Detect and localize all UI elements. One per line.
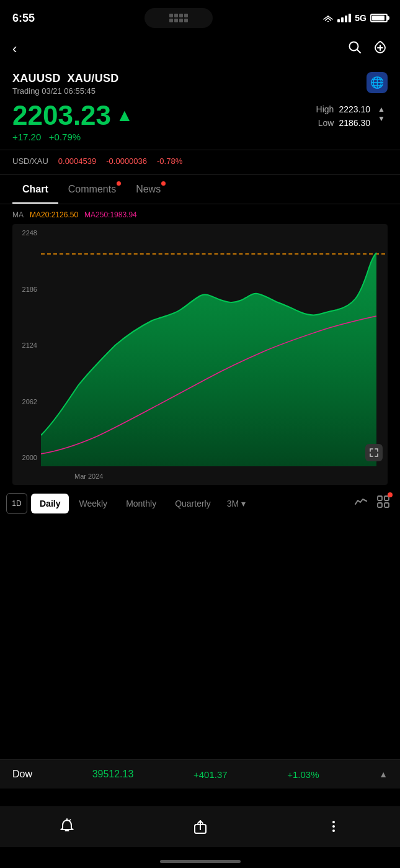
price-right: High Low 2223.10 2186.30 ▲ ▼: [316, 104, 388, 128]
dynamic-island: [144, 8, 213, 28]
tab-chart[interactable]: Chart: [12, 175, 58, 204]
svg-rect-8: [384, 503, 389, 507]
ma-label: MA: [12, 210, 24, 219]
bottom-ticker-change: +401.37: [193, 769, 228, 780]
period-quarterly-button[interactable]: Quarterly: [166, 494, 220, 513]
news-dot: [161, 181, 166, 186]
ticker-symbol: XAUUSD XAU/USD: [12, 72, 367, 85]
signal-bars: [337, 14, 351, 22]
home-indicator: [160, 860, 241, 863]
alert-button[interactable]: [40, 816, 94, 837]
ma250-value: MA250:1983.94: [84, 210, 137, 219]
bottom-ticker-bar: Dow 39512.13 +401.37 +1.03% ▲: [0, 759, 400, 789]
price-arrow-up: ▲: [116, 106, 133, 125]
chart-svg: [41, 224, 388, 466]
status-bar: 6:55 5G: [0, 0, 400, 34]
chart-area: [41, 224, 388, 466]
search-icon[interactable]: [348, 40, 362, 58]
bottom-ticker-name: Dow: [12, 769, 32, 780]
price-change: +17.20 +0.79%: [12, 132, 133, 142]
y-label-2062: 2062: [12, 398, 37, 405]
usdxau-value1: 0.0004539: [58, 156, 96, 166]
bottom-ticker-expand[interactable]: ▲: [379, 769, 388, 779]
chart-type-button[interactable]: [350, 493, 371, 513]
network-label: 5G: [355, 13, 367, 23]
period-3m-button[interactable]: 3M ▾: [221, 494, 252, 513]
svg-point-0: [327, 21, 329, 22]
svg-line-11: [69, 820, 71, 821]
usdxau-value3: -0.78%: [157, 156, 182, 166]
y-label-2248: 2248: [12, 229, 37, 237]
bottom-ticker-price: 39512.13: [92, 769, 134, 780]
period-monthly-button[interactable]: Monthly: [117, 494, 165, 513]
nav-bar: ‹: [0, 34, 400, 67]
status-right: 5G: [322, 13, 388, 23]
usdxau-row: USD/XAU 0.0004539 -0.0000036 -0.78%: [0, 150, 400, 175]
period-weekly-button[interactable]: Weekly: [70, 494, 116, 513]
indicators-button[interactable]: [373, 491, 394, 515]
wifi-icon: [322, 14, 334, 22]
chart-date-label: Mar 2024: [74, 472, 103, 480]
chart-wrapper[interactable]: 2248 2186 2124 2062 2000: [12, 224, 388, 485]
period-1d-button[interactable]: 1D: [6, 493, 27, 514]
fullscreen-button[interactable]: [365, 444, 383, 461]
y-axis-labels: 2248 2186 2124 2062 2000: [12, 224, 37, 466]
period-daily-button[interactable]: Daily: [31, 494, 69, 513]
tabs-row: Chart Comments News: [0, 175, 400, 204]
low-label: Low: [316, 118, 334, 128]
high-value: 2223.10: [339, 104, 370, 114]
chart-container: MA MA20:2126.50 MA250:1983.94 2248 2186 …: [0, 204, 400, 485]
svg-line-2: [357, 50, 361, 53]
battery-icon: [370, 14, 388, 22]
price-value: 2203.23: [12, 102, 111, 129]
more-button[interactable]: [307, 816, 360, 837]
high-label: High: [316, 104, 334, 114]
tab-news[interactable]: News: [126, 175, 171, 204]
back-button[interactable]: ‹: [12, 38, 22, 60]
svg-rect-7: [378, 503, 382, 507]
bottom-toolbar: [0, 807, 400, 847]
share-button[interactable]: [174, 816, 227, 837]
price-section: XAUUSD XAU/USD Trading 03/21 06:55:45 🌐 …: [0, 67, 400, 150]
status-time: 6:55: [12, 12, 35, 25]
svg-rect-5: [378, 496, 382, 500]
comments-dot: [117, 181, 121, 186]
y-label-2124: 2124: [12, 341, 37, 349]
nav-actions: [348, 40, 388, 58]
expand-button[interactable]: ▲ ▼: [375, 106, 388, 122]
ticker-info: XAUUSD XAU/USD Trading 03/21 06:55:45: [12, 72, 367, 96]
price-area: [41, 253, 376, 466]
watchlist-add-icon[interactable]: [373, 40, 388, 58]
low-value: 2186.30: [339, 118, 370, 128]
svg-point-16: [332, 830, 335, 832]
y-label-2000: 2000: [12, 454, 37, 461]
globe-button[interactable]: 🌐: [367, 72, 388, 93]
tab-comments[interactable]: Comments: [58, 175, 126, 204]
price-left: 2203.23 ▲ +17.20 +0.79%: [12, 102, 133, 142]
ma20-value: MA20:2126.50: [30, 210, 78, 219]
svg-point-15: [332, 825, 335, 828]
period-row: 1D Daily Weekly Monthly Quarterly 3M ▾: [0, 485, 400, 522]
usdxau-value2: -0.0000036: [106, 156, 147, 166]
svg-point-14: [332, 821, 335, 823]
indicators-dot: [388, 492, 393, 497]
bottom-ticker-pct: +1.03%: [287, 769, 319, 780]
usdxau-label: USD/XAU: [12, 156, 48, 166]
y-label-2186: 2186: [12, 286, 37, 293]
ma-info: MA MA20:2126.50 MA250:1983.94: [12, 210, 388, 219]
trading-time: Trading 03/21 06:55:45: [12, 86, 367, 96]
